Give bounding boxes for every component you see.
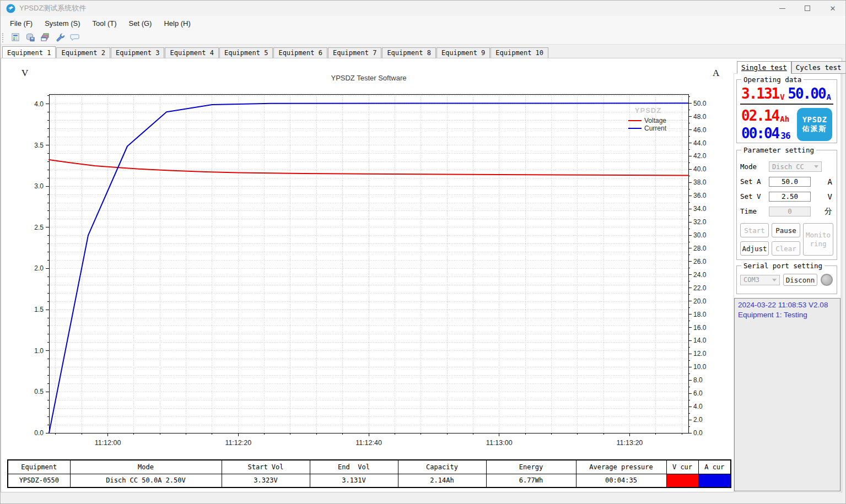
window-title: YPSDZ测试系统软件 xyxy=(19,3,86,13)
parameter-setting-group: Parameter setting Mode Disch CC Set A A … xyxy=(736,150,837,260)
right-axis-tick-label: 30.0 xyxy=(693,231,707,239)
set-a-input[interactable] xyxy=(769,177,811,187)
left-axis-tick-label: 4.0 xyxy=(34,100,44,108)
results-table-wrap: EquipmentModeStart VolEnd VolCapacityEne… xyxy=(7,459,731,488)
adjust-button[interactable]: Adjust xyxy=(740,241,769,256)
left-axis-label: V xyxy=(21,68,29,78)
log-line: 2024-03-22 11:08:53 V2.08 xyxy=(738,300,837,310)
tab-equipment-9[interactable]: Equipment 9 xyxy=(437,47,490,58)
column-header-start-vol: Start Vol xyxy=(222,460,310,474)
connection-status-light xyxy=(821,274,833,286)
right-axis-tick-label: 14.0 xyxy=(693,337,707,344)
voltage-readout: 3.131 V xyxy=(741,86,786,101)
mode-select[interactable]: Disch CC xyxy=(769,161,822,172)
menu-item-tool-t[interactable]: Tool (T) xyxy=(86,17,122,30)
right-axis-tick-label: 16.0 xyxy=(693,324,707,332)
control-panel: Single test Cycles test Operating data 3… xyxy=(734,61,841,492)
right-axis-tick-label: 18.0 xyxy=(693,311,707,318)
right-axis-tick-label: 0.0 xyxy=(693,429,703,437)
tab-equipment-5[interactable]: Equipment 5 xyxy=(219,47,273,58)
single-test-page: Operating data 3.131 V 50.00 A 02.14 Ah xyxy=(734,73,841,492)
wrench-icon[interactable] xyxy=(55,32,65,42)
x-axis-tick-label: 11:12:00 xyxy=(95,439,121,447)
right-axis-tick-label: 6.0 xyxy=(693,389,703,397)
start-button[interactable]: Start xyxy=(740,223,769,237)
tab-equipment-6[interactable]: Equipment 6 xyxy=(273,47,327,58)
menu-item-file-f[interactable]: File (F) xyxy=(4,17,39,30)
right-axis-tick-label: 50.0 xyxy=(693,100,707,107)
minimize-icon[interactable] xyxy=(769,1,795,16)
brand-logo: YPSDZ 佑派斯 xyxy=(797,108,832,141)
chart-title: YPSDZ Tester Software xyxy=(331,74,406,82)
tab-equipment-8[interactable]: Equipment 8 xyxy=(382,47,435,58)
cell-mode: Disch CC 50.0A 2.50V xyxy=(70,474,222,487)
cell-equipment: YPSDZ-0550 xyxy=(8,474,70,487)
time-input[interactable] xyxy=(769,207,811,216)
tab-equipment-3[interactable]: Equipment 3 xyxy=(111,47,164,58)
left-axis-tick-label: 3.5 xyxy=(34,142,44,149)
log-area[interactable]: 2024-03-22 11:08:53 V2.08Equipment 1: Te… xyxy=(734,298,840,491)
right-axis-tick-label: 24.0 xyxy=(693,271,707,279)
column-header-v-cur: V cur xyxy=(666,460,698,474)
tab-equipment-10[interactable]: Equipment 10 xyxy=(491,47,548,58)
save-icon[interactable] xyxy=(25,32,35,42)
column-header-average-pressure: Average pressure xyxy=(576,460,666,474)
right-axis-tick-label: 48.0 xyxy=(693,113,707,121)
menu-bar: File (F)System (S)Tool (T)Set (G)Help (H… xyxy=(1,16,845,31)
right-axis-tick-label: 20.0 xyxy=(693,297,707,305)
right-axis-tick-label: 8.0 xyxy=(693,376,703,384)
log-line: Equipment 1: Testing xyxy=(738,310,837,320)
chart-area: 0.00.51.01.52.02.53.03.54.00.02.04.06.08… xyxy=(5,58,732,460)
set-a-unit: A xyxy=(811,177,833,186)
column-header-capacity: Capacity xyxy=(398,460,486,474)
left-axis-tick-label: 2.0 xyxy=(34,264,44,272)
right-axis-tick-label: 10.0 xyxy=(693,363,707,371)
tab-cycles-test[interactable]: Cycles test xyxy=(791,61,846,74)
comment-icon[interactable] xyxy=(69,32,80,42)
set-v-input[interactable] xyxy=(769,192,811,202)
menu-item-help-h[interactable]: Help (H) xyxy=(158,17,196,30)
clear-button[interactable]: Clear xyxy=(772,241,800,256)
table-row: YPSDZ-0550Disch CC 50.0A 2.50V3.323V3.13… xyxy=(8,474,731,487)
legend-label-current: Current xyxy=(644,124,667,132)
serial-port-title: Serial port setting xyxy=(741,262,825,270)
close-icon[interactable]: ✕ xyxy=(820,1,845,16)
maximize-icon[interactable] xyxy=(795,1,820,16)
right-axis-tick-label: 26.0 xyxy=(693,258,707,265)
right-axis-tick-label: 38.0 xyxy=(693,178,707,186)
cell-energy: 6.77Wh xyxy=(486,474,576,487)
disconnect-button[interactable]: Disconn xyxy=(783,274,817,286)
com-port-select[interactable]: COM3 xyxy=(740,275,780,285)
elapsed-time-readout: 00:04 36 xyxy=(741,126,790,140)
right-axis-tick-label: 22.0 xyxy=(693,284,707,292)
cell-average-pressure: 00:04:35 xyxy=(576,474,666,487)
tab-equipment-2[interactable]: Equipment 2 xyxy=(56,47,110,58)
menu-item-set-g[interactable]: Set (G) xyxy=(123,17,158,30)
left-axis-tick-label: 3.0 xyxy=(34,182,44,190)
x-axis-tick-label: 11:12:20 xyxy=(225,439,251,447)
monitoring-button[interactable]: Monitoring xyxy=(803,223,833,256)
capacity-readout: 02.14 Ah xyxy=(741,109,790,123)
right-axis-tick-label: 34.0 xyxy=(693,205,707,213)
pause-button[interactable]: Pause xyxy=(772,223,800,237)
x-axis-tick-label: 11:13:20 xyxy=(617,439,643,447)
operating-data-group: Operating data 3.131 V 50.00 A 02.14 Ah xyxy=(736,79,837,143)
parameter-setting-title: Parameter setting xyxy=(741,146,816,154)
cell-v-cur xyxy=(666,474,698,487)
left-axis-tick-label: 2.5 xyxy=(34,224,44,231)
right-axis-tick-label: 44.0 xyxy=(693,139,707,147)
legend-label-voltage: Voltage xyxy=(644,117,666,124)
tab-equipment-1[interactable]: Equipment 1 xyxy=(2,46,56,58)
report-icon[interactable] xyxy=(10,32,20,42)
time-label: Time xyxy=(740,207,769,215)
cell-end-vol: 3.131V xyxy=(310,474,398,487)
right-axis-tick-label: 12.0 xyxy=(693,350,707,357)
tab-single-test[interactable]: Single test xyxy=(737,61,791,74)
tab-equipment-7[interactable]: Equipment 7 xyxy=(328,47,381,58)
tab-equipment-4[interactable]: Equipment 4 xyxy=(165,47,218,58)
left-axis-tick-label: 1.0 xyxy=(34,347,44,355)
app-logo-icon xyxy=(6,4,15,13)
cell-start-vol: 3.323V xyxy=(222,474,310,487)
cascade-windows-icon[interactable] xyxy=(40,32,50,42)
menu-item-system-s[interactable]: System (S) xyxy=(39,17,86,30)
